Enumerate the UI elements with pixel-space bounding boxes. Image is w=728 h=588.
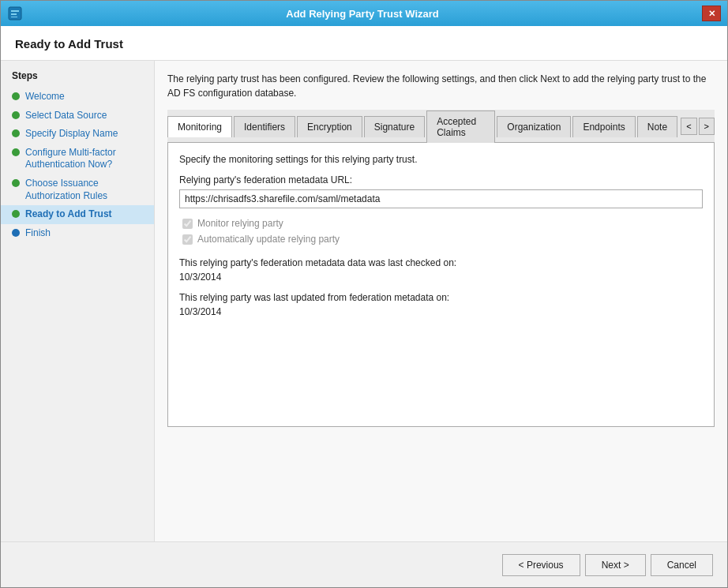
- main-panel: The relying party trust has been configu…: [155, 61, 727, 541]
- sidebar-item-select-data-source[interactable]: Select Data Source: [1, 107, 154, 125]
- sidebar-heading: Steps: [1, 70, 154, 88]
- previous-button[interactable]: < Previous: [502, 554, 580, 576]
- sidebar-item-configure-mfa[interactable]: Configure Multi-factor Authentication No…: [1, 144, 154, 174]
- svg-rect-3: [11, 17, 17, 17]
- window-title: Add Relying Party Trust Wizard: [23, 8, 702, 20]
- tab-organization[interactable]: Organization: [497, 116, 571, 137]
- sidebar-label-configure-mfa: Configure Multi-factor Authentication No…: [25, 147, 143, 171]
- tab-nav-prev[interactable]: <: [681, 118, 696, 135]
- last-updated-value: 10/3/2014: [179, 306, 703, 317]
- step-dot-select-data-source: [12, 111, 20, 119]
- step-dot-configure-mfa: [12, 148, 20, 156]
- last-updated-label: This relying party was last updated from…: [179, 290, 703, 305]
- last-checked-label: This relying party's federation metadata…: [179, 256, 703, 270]
- next-button[interactable]: Next >: [585, 554, 646, 576]
- tab-monitoring[interactable]: Monitoring: [167, 116, 232, 137]
- monitor-checkbox-label: Monitor relying party: [197, 218, 283, 229]
- sidebar-label-welcome: Welcome: [25, 91, 65, 103]
- sidebar-item-choose-issuance[interactable]: Choose Issuance Authorization Rules: [1, 174, 154, 205]
- step-dot-specify-display: [12, 129, 20, 137]
- last-checked-value: 10/3/2014: [179, 272, 703, 283]
- monitor-checkbox[interactable]: [182, 219, 193, 229]
- svg-rect-2: [11, 13, 17, 15]
- sidebar: Steps Welcome Select Data Source Specify…: [1, 61, 155, 541]
- federation-url-input[interactable]: [179, 189, 703, 208]
- window-icon: [7, 6, 23, 21]
- close-button[interactable]: ✕: [702, 6, 721, 21]
- tab-endpoints[interactable]: Endpoints: [572, 116, 635, 137]
- page-description: The relying party trust has been configu…: [167, 72, 715, 100]
- tab-encryption[interactable]: Encryption: [297, 116, 362, 137]
- federation-url-label: Relying party's federation metadata URL:: [179, 174, 703, 185]
- sidebar-item-specify-display-name[interactable]: Specify Display Name: [1, 125, 154, 144]
- tab-nav-next[interactable]: >: [699, 118, 715, 135]
- sidebar-label-select-data-source: Select Data Source: [25, 110, 107, 122]
- tab-accepted-claims[interactable]: Accepted Claims: [426, 110, 495, 143]
- content-area: Steps Welcome Select Data Source Specify…: [1, 61, 727, 541]
- sidebar-label-choose-issuance: Choose Issuance Authorization Rules: [25, 178, 143, 202]
- step-dot-choose-issuance: [12, 179, 20, 187]
- tab-notes[interactable]: Note: [637, 116, 677, 137]
- step-dot-ready-to-add: [12, 210, 20, 218]
- sidebar-label-specify-display: Specify Display Name: [25, 128, 118, 140]
- auto-update-checkbox-row: Automatically update relying party: [179, 234, 703, 245]
- cancel-button[interactable]: Cancel: [651, 554, 713, 576]
- sidebar-item-welcome[interactable]: Welcome: [1, 88, 154, 107]
- auto-update-checkbox[interactable]: [182, 234, 193, 245]
- tab-identifiers[interactable]: Identifiers: [234, 116, 295, 137]
- svg-rect-1: [11, 10, 19, 12]
- page-title: Ready to Add Trust: [15, 37, 713, 51]
- title-bar: Add Relying Party Trust Wizard ✕: [1, 1, 727, 26]
- footer: < Previous Next > Cancel: [1, 541, 727, 587]
- step-dot-finish: [12, 229, 20, 237]
- sidebar-label-finish: Finish: [25, 227, 51, 240]
- page-header: Ready to Add Trust: [1, 26, 727, 61]
- window-body: Ready to Add Trust Steps Welcome Select …: [1, 26, 727, 587]
- sidebar-item-ready-to-add[interactable]: Ready to Add Trust: [1, 205, 154, 224]
- tab-content-monitoring: Specify the monitoring settings for this…: [167, 143, 715, 427]
- info-block: This relying party's federation metadata…: [179, 256, 703, 317]
- tab-signature[interactable]: Signature: [364, 116, 425, 137]
- auto-update-checkbox-label: Automatically update relying party: [197, 234, 340, 245]
- main-window: Add Relying Party Trust Wizard ✕ Ready t…: [0, 0, 728, 588]
- monitor-checkbox-row: Monitor relying party: [179, 218, 703, 229]
- monitoring-description: Specify the monitoring settings for this…: [179, 154, 703, 165]
- sidebar-item-finish[interactable]: Finish: [1, 224, 154, 243]
- sidebar-label-ready-to-add: Ready to Add Trust: [25, 208, 112, 221]
- step-dot-welcome: [12, 92, 20, 100]
- tab-bar: Monitoring Identifiers Encryption Signat…: [167, 110, 715, 143]
